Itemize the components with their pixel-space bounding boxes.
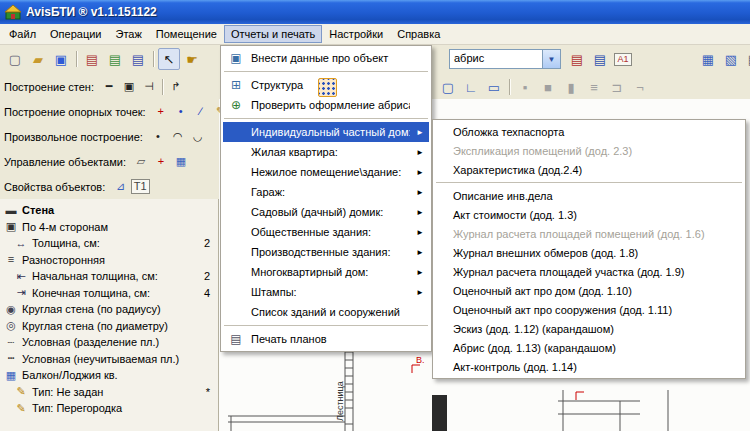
object-table-tool[interactable]: ▦ [171,152,191,172]
export-doc-button[interactable]: ▤ [127,48,149,70]
menubar-item-operations[interactable]: Операции [43,25,108,43]
submenu-item-sketch[interactable]: Эскиз (дод. 1.12) (карандашом) [435,319,743,338]
tree-item-four-sides[interactable]: ▣ По 4-м сторонам [0,219,218,236]
align-bracket-button[interactable]: ⊐ [606,76,628,98]
menu-item-stamps[interactable]: Штампы: ► [223,282,429,302]
tree-item-multilateral[interactable]: ≡ Разносторонняя [0,252,218,269]
tree-item-thickness[interactable]: ↔ Толщина, см: 2 [0,235,218,252]
align-small-button[interactable]: ▪ [514,76,536,98]
wall-corner-tool[interactable]: ⊣ [139,77,159,97]
export-image-button[interactable]: ▤ [104,48,126,70]
abris-new-button[interactable]: ▤ [566,48,588,70]
select-cursor-button[interactable]: ↖ [158,48,180,70]
align-large-button[interactable]: ■ [537,76,559,98]
menu-item-garage[interactable]: Гараж: ► [223,182,429,202]
submenu-item-house-appraisal[interactable]: Оценочный акт про дом (дод. 1.10) [435,281,743,300]
menu-item-public-buildings[interactable]: Общественные здания: ► [223,222,429,242]
point-line-tool[interactable]: ∕ [191,102,211,122]
menu-item-print-plans[interactable]: ▤ Печать планов [223,329,429,349]
toolbar-button-icon: ☛ [186,53,198,66]
abris-edit-button[interactable]: ▤ [589,48,611,70]
abris-combo[interactable]: абрис ▼ [449,49,561,69]
wall-block [432,395,447,431]
tool-button-icon: • [179,106,183,117]
submenu-item-label: Журнал внешних обмеров (дод. 1.8) [451,247,743,259]
tree-item-start-thickness[interactable]: ⇤ Начальная толщина, см: 2 [0,268,218,285]
arc-up-tool[interactable]: ◠ [168,127,188,147]
menu-item-apartment[interactable]: Жилая квартира: ► [223,142,429,162]
export-plan-button[interactable]: ▤ [81,48,103,70]
toolbar-button-icon: ■ [544,81,552,94]
text-style-tool[interactable]: T1 [130,177,150,197]
submenu-item-external-measure[interactable]: Журнал внешних обмеров (дод. 1.8) [435,243,743,262]
menu-item-garden-house[interactable]: Садовый (дачный) домик: ► [223,202,429,222]
menu-item-icon: ⊕ [223,99,249,111]
align-lines-button[interactable]: ≡ [583,76,605,98]
menubar-item-reports[interactable]: Отчеты и печать [224,25,322,43]
tree-item-round-radius[interactable]: ◉ Круглая стена (по радиусу) [0,301,218,318]
submenu-item-cost-act[interactable]: Акт стоимости (дод. 1.3) [435,205,743,224]
angle-tool[interactable]: ∟ [460,76,482,98]
tree-item-type-notset[interactable]: ✎ Тип: Не задан * [0,384,218,401]
roundrect-tool[interactable]: ▢ [437,76,459,98]
tree-item-end-thickness[interactable]: ⇥ Конечная толщина, см: 4 [0,285,218,302]
view-toolbar: ▦ ▧ ▨ [697,48,750,70]
pan-hand-button[interactable]: ☛ [181,48,203,70]
menubar-item-file[interactable]: Файл [2,25,43,43]
submenu-item-cover[interactable]: Обложка техпаспорта [435,122,743,141]
tree-item-conditional-split[interactable]: ┈ Условная (разделение пл.) [0,334,218,351]
menu-item-enter-data[interactable]: ▣ Внести данные про объект [223,48,429,68]
submenu-arrow-icon: ► [410,128,429,137]
submenu-item-abris[interactable]: Абрис (дод. 1.13) (карандашом) [435,338,743,357]
image-view-button[interactable]: ▧ [720,48,742,70]
point-add-tool[interactable]: + [151,102,171,122]
open-button[interactable]: ▰ [27,48,49,70]
submenu-item-structures-appraisal[interactable]: Оценочный акт про сооружения (дод. 1.11) [435,300,743,319]
menu-item-check-abris[interactable]: ⊕ Проверить оформление абриса [223,95,429,115]
toolbar-button-icon: ▢ [442,81,454,94]
menubar-item-settings[interactable]: Настройки [322,25,390,43]
menubar-item-floor[interactable]: Этаж [109,25,149,43]
submenu-item-plot-areas[interactable]: Журнал расчета площадей участка (дод. 1.… [435,262,743,281]
tree-item-balcony[interactable]: ▦ Балкон/Лоджия кв. [0,367,218,384]
tree-item-label: Условная (неучитываемая пл.) [22,353,179,365]
menu-item-industrial-buildings[interactable]: Производственные здания: ► [223,242,429,262]
tree-item-type-partition[interactable]: ✎ Тип: Перегородка [0,400,218,417]
menu-item-apartment-building[interactable]: Многоквартирный дом: ► [223,262,429,282]
combo-dropdown-button[interactable]: ▼ [542,50,560,68]
wall-chain-tool[interactable]: ↱ [166,77,186,97]
save-button[interactable]: ▣ [50,48,72,70]
align-corner-button[interactable]: ¬ [629,76,651,98]
grid-dots-button[interactable] [318,78,337,97]
menubar-item-room[interactable]: Помещение [149,25,224,43]
menu-item-building-list[interactable]: Список зданий и сооружений [223,302,429,322]
tree-item-wall[interactable]: ▬ Стена [0,202,218,219]
toolbar-button-icon: ∟ [465,81,478,94]
tree-item-value: * [206,386,218,398]
submenu-item-control-act[interactable]: Акт-контроль (дод. 1.14) [435,357,743,376]
menu-item-private-house[interactable]: Индивидуальный частный дом: ► [223,122,429,142]
new-button[interactable]: ▢ [4,48,26,70]
extra-view-button[interactable]: ▨ [743,48,750,70]
point-dot-tool[interactable]: • [171,102,191,122]
tree-item-round-diameter[interactable]: ◎ Круглая стена (по диаметру) [0,318,218,335]
tree-item-conditional-excluded[interactable]: ┅ Условная (неучитываемая пл.) [0,351,218,368]
align-bar-button[interactable]: ▮ [560,76,582,98]
tree-item-label: Стена [22,204,54,216]
menu-item-nonresidential[interactable]: Нежилое помещение\здание: ► [223,162,429,182]
wall-line-tool[interactable]: ━ [99,77,119,97]
move-object-tool[interactable]: + [151,152,171,172]
grid-view-button[interactable]: ▦ [697,48,719,70]
wall-rect-tool[interactable]: ▣ [119,77,139,97]
select-region-tool[interactable]: ▱ [131,152,151,172]
rect-tool[interactable]: ▭ [483,76,505,98]
tree-item-label: Тип: Перегородка [32,402,122,414]
free-point-tool[interactable]: • [148,127,168,147]
arc-down-tool[interactable]: ◡ [188,127,208,147]
submenu-item-characteristic[interactable]: Характеристика (дод.2.4) [435,160,743,179]
abris-a1-button[interactable]: A1 [612,48,634,70]
submenu-item-label: Обложка техпаспорта [451,126,743,138]
submenu-item-inventory[interactable]: Описание инв.дела [435,186,743,205]
measure-angle-tool[interactable]: ⊿ [110,177,130,197]
menubar-item-help[interactable]: Справка [390,25,447,43]
